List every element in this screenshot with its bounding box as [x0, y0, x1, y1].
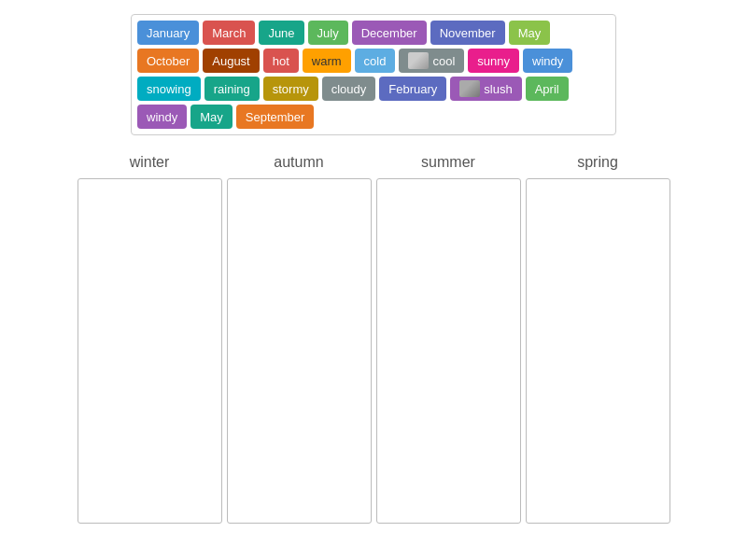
word-chip-hot[interactable]: hot	[263, 49, 299, 73]
chip-label: December	[361, 26, 417, 40]
chip-label: February	[388, 82, 437, 96]
drop-zone-winter[interactable]	[78, 178, 222, 524]
sort-column-label-autumn: autumn	[274, 154, 323, 171]
word-chip-stormy[interactable]: stormy	[263, 77, 318, 101]
word-chip-november[interactable]: November	[430, 21, 505, 45]
chip-label: September	[246, 110, 305, 124]
word-chip-july[interactable]: July	[308, 21, 348, 45]
drop-zone-spring[interactable]	[526, 178, 670, 524]
word-chip-windy1[interactable]: windy	[523, 49, 572, 73]
word-chip-raining[interactable]: raining	[204, 77, 260, 101]
word-chip-june[interactable]: June	[259, 21, 303, 45]
chip-label: March	[212, 26, 246, 40]
chip-label: August	[212, 54, 249, 68]
word-chip-cool[interactable]: cool	[399, 49, 464, 73]
word-chip-march[interactable]: March	[203, 21, 255, 45]
chip-label: hot	[273, 54, 289, 68]
sort-area: winterautumnsummerspring	[75, 154, 672, 524]
chip-label: cloudy	[331, 82, 367, 96]
sort-column-label-summer: summer	[421, 154, 475, 171]
word-chip-february[interactable]: February	[379, 77, 446, 101]
chip-image	[408, 52, 429, 69]
chip-label: June	[268, 26, 294, 40]
word-bank: JanuaryMarchJuneJulyDecemberNovemberMayO…	[131, 14, 616, 135]
chip-label: January	[147, 26, 190, 40]
chip-label: April	[535, 82, 559, 96]
word-chip-snowing[interactable]: snowing	[137, 77, 201, 101]
sort-column-winter: winter	[75, 154, 224, 524]
word-chip-january[interactable]: January	[137, 21, 199, 45]
word-chip-slush[interactable]: slush	[450, 77, 521, 101]
word-chip-september[interactable]: September	[236, 105, 315, 129]
sort-column-summer: summer	[374, 154, 523, 524]
word-chip-cold[interactable]: cold	[355, 49, 396, 73]
word-chip-warm[interactable]: warm	[303, 49, 351, 73]
word-chip-cloudy[interactable]: cloudy	[322, 77, 376, 101]
drop-zone-summer[interactable]	[376, 178, 521, 524]
chip-label: cool	[432, 54, 455, 68]
sort-column-label-spring: spring	[577, 154, 618, 171]
chip-label: windy	[147, 110, 177, 124]
word-chip-april[interactable]: April	[526, 77, 569, 101]
word-chip-october[interactable]: October	[137, 49, 199, 73]
chip-label: raining	[214, 82, 250, 96]
chip-label: November	[440, 26, 496, 40]
word-chip-may1[interactable]: May	[509, 21, 551, 45]
chip-label: stormy	[273, 82, 309, 96]
word-chip-august[interactable]: August	[203, 49, 259, 73]
chip-label: cold	[364, 54, 387, 68]
chip-label: sunny	[477, 54, 510, 68]
app-container: JanuaryMarchJuneJulyDecemberNovemberMayO…	[0, 0, 747, 538]
chip-label: July	[317, 26, 339, 40]
chip-label: slush	[484, 82, 512, 96]
word-chip-may2[interactable]: May	[190, 105, 233, 129]
chip-label: snowing	[147, 82, 191, 96]
chip-label: May	[518, 26, 542, 40]
sort-column-spring: spring	[523, 154, 672, 524]
chip-label: windy	[532, 54, 563, 68]
sort-column-label-winter: winter	[130, 154, 170, 171]
chip-label: warm	[312, 54, 342, 68]
word-chip-sunny[interactable]: sunny	[468, 49, 519, 73]
word-chip-december[interactable]: December	[352, 21, 427, 45]
chip-label: October	[147, 54, 190, 68]
drop-zone-autumn[interactable]	[227, 178, 372, 524]
chip-label: May	[200, 110, 223, 124]
sort-column-autumn: autumn	[224, 154, 374, 524]
chip-image	[459, 80, 480, 97]
word-chip-windy2[interactable]: windy	[137, 105, 187, 129]
